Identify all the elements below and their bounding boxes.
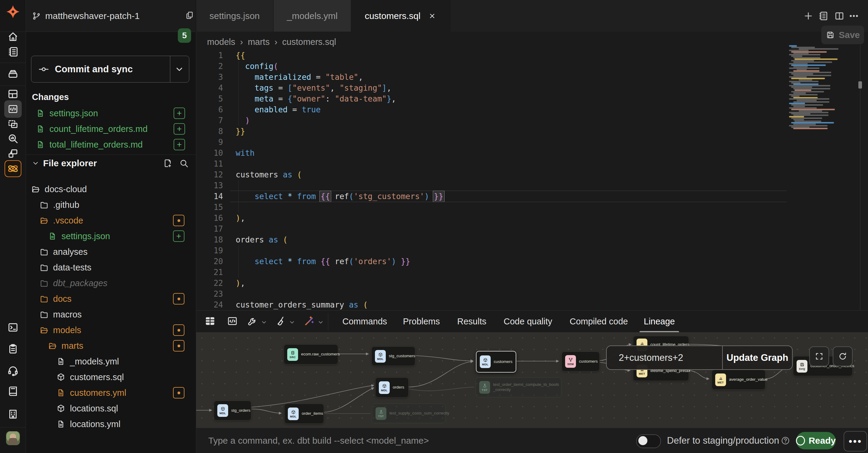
save-button[interactable]: Save bbox=[821, 26, 864, 44]
format-broom-icon[interactable] bbox=[275, 315, 287, 327]
tree-item-dbt-packages[interactable]: dbt_packages bbox=[39, 275, 191, 291]
lineage-selector-input[interactable]: 2+customers+2 bbox=[607, 346, 722, 369]
code-content[interactable]: 1{{2 config(3 materialized = "table",4 t… bbox=[196, 50, 868, 310]
tree-item-data-tests[interactable]: data-tests bbox=[39, 260, 191, 275]
close-tab-icon[interactable] bbox=[428, 11, 437, 21]
branch-name[interactable]: matthewshaver-patch-1 bbox=[45, 11, 140, 21]
tree-item-customers-yml[interactable]: customers.yml bbox=[56, 385, 191, 400]
rail-frame-icon[interactable] bbox=[7, 118, 19, 130]
lineage-fullscreen-button[interactable] bbox=[809, 346, 829, 366]
stage-file-button[interactable]: + bbox=[174, 107, 185, 119]
lineage-node-average-order-value[interactable]: METaverage_order_value bbox=[712, 369, 766, 390]
changed-file-row[interactable]: settings.json+ bbox=[30, 105, 192, 121]
compile-code-icon[interactable] bbox=[226, 315, 239, 327]
tab-settings-json[interactable]: settings.json bbox=[196, 0, 274, 32]
breadcrumb-item[interactable]: marts bbox=[248, 37, 270, 47]
changed-file-row[interactable]: count_lifetime_orders.md+ bbox=[30, 121, 192, 137]
tree-item-customers-sql[interactable]: customers.sql bbox=[56, 369, 191, 385]
file-search-icon[interactable] bbox=[179, 158, 189, 169]
code-editor[interactable]: models›marts›customers.sql Save 1{{2 con… bbox=[196, 32, 868, 310]
user-avatar[interactable] bbox=[6, 431, 20, 445]
rail-grid-icon[interactable] bbox=[7, 88, 19, 100]
tree-item-macros[interactable]: macros bbox=[39, 306, 191, 322]
breadcrumb-item[interactable]: models bbox=[207, 37, 236, 47]
editor-more-options-icon[interactable] bbox=[848, 10, 860, 22]
tab-customers-sql[interactable]: customers.sql bbox=[351, 0, 451, 32]
rail-dbt-ai-icon[interactable] bbox=[4, 160, 22, 177]
rail-notebook-icon[interactable] bbox=[7, 45, 19, 58]
chevron-down-icon[interactable] bbox=[317, 318, 324, 326]
lineage-node-stg-orders[interactable]: MDLstg_orders bbox=[214, 400, 251, 420]
lineage-refresh-button[interactable] bbox=[833, 346, 852, 366]
rail-building-icon[interactable] bbox=[7, 408, 19, 420]
ai-fix-wand-icon[interactable] bbox=[303, 315, 315, 327]
tree-item-docs-cloud[interactable]: docs-cloud bbox=[31, 181, 191, 197]
copy-branch-icon[interactable] bbox=[184, 10, 195, 21]
preview-table-icon[interactable] bbox=[204, 315, 216, 327]
tree-item-locations-sql[interactable]: locations.sql bbox=[56, 400, 191, 416]
tree-item-marts[interactable]: marts bbox=[48, 338, 191, 354]
rail-clipboard-icon[interactable] bbox=[7, 343, 19, 355]
split-editor-icon[interactable] bbox=[834, 10, 845, 22]
lineage-node-customers-sem[interactable]: SEMcustomers bbox=[561, 352, 600, 371]
panel-tab-results[interactable]: Results bbox=[457, 311, 487, 332]
stage-file-button[interactable]: + bbox=[173, 230, 184, 242]
update-graph-button[interactable]: Update Graph bbox=[722, 346, 792, 369]
tree-item-docs[interactable]: docs bbox=[39, 291, 191, 306]
rail-book-icon[interactable] bbox=[7, 385, 19, 397]
notebook-panel-icon[interactable] bbox=[817, 10, 829, 22]
rail-terminal-icon[interactable] bbox=[7, 321, 19, 334]
tree-item--models-yml[interactable]: _models.yml bbox=[56, 354, 191, 369]
rail-search-insights-icon[interactable] bbox=[7, 132, 19, 145]
build-wrench-icon[interactable] bbox=[247, 315, 258, 327]
commit-dropdown-chevron-icon[interactable] bbox=[174, 64, 185, 75]
tree-item--github[interactable]: .github bbox=[39, 197, 191, 213]
command-bar-more-button[interactable]: ••• bbox=[844, 431, 867, 452]
breadcrumb-item[interactable]: customers.sql bbox=[282, 37, 336, 47]
modified-dot-badge[interactable] bbox=[173, 215, 184, 226]
rail-stack-icon[interactable] bbox=[7, 67, 19, 80]
modified-dot-badge[interactable] bbox=[173, 340, 184, 352]
tab--models-yml[interactable]: _models.yml bbox=[274, 0, 351, 32]
modified-dot-badge[interactable] bbox=[173, 324, 184, 336]
stage-file-button[interactable]: + bbox=[174, 139, 185, 150]
new-tab-icon[interactable] bbox=[803, 10, 814, 22]
file-explorer-header[interactable]: File explorer bbox=[31, 158, 97, 168]
help-question-icon[interactable] bbox=[780, 435, 790, 446]
lineage-node-stg-customers[interactable]: MDLstg_customers bbox=[371, 346, 415, 366]
tree-item-locations-yml[interactable]: locations.yml bbox=[56, 416, 191, 432]
commit-and-sync-button[interactable]: Commit and sync bbox=[31, 56, 189, 83]
lineage-node-order-items[interactable]: MDLorder_items bbox=[284, 403, 324, 424]
rail-windows-icon[interactable] bbox=[7, 147, 19, 160]
tree-item-models[interactable]: models bbox=[39, 322, 191, 338]
lineage-node-test-order-items[interactable]: TSTtest_order_items_compute_to_bools _co… bbox=[475, 378, 561, 397]
lineage-node-ecom-raw-customers[interactable]: SRCecom.raw_customers bbox=[284, 344, 338, 364]
panel-tab-code-quality[interactable]: Code quality bbox=[504, 311, 552, 332]
stage-file-button[interactable]: + bbox=[174, 123, 185, 135]
panel-tab-commands[interactable]: Commands bbox=[342, 311, 387, 332]
rail-headset-icon[interactable] bbox=[7, 364, 19, 377]
changed-file-row[interactable]: total_lifetime_orders.md+ bbox=[30, 137, 192, 153]
modified-dot-badge[interactable] bbox=[173, 387, 184, 398]
lineage-node-orders[interactable]: MDLorders bbox=[375, 378, 409, 397]
minimap[interactable] bbox=[789, 45, 837, 131]
tree-item-analyses[interactable]: analyses bbox=[39, 244, 191, 260]
panel-tab-lineage[interactable]: Lineage bbox=[644, 311, 675, 332]
command-input[interactable]: Type a command, ex. dbt build --select <… bbox=[208, 428, 600, 453]
chevron-down-icon[interactable] bbox=[260, 318, 268, 326]
tree-item--vscode[interactable]: .vscode bbox=[39, 213, 191, 228]
chevron-down-icon[interactable] bbox=[288, 318, 296, 326]
lineage-node-customers-mdl[interactable]: MDLcustomers bbox=[476, 351, 516, 373]
rail-home-icon[interactable] bbox=[7, 30, 19, 43]
rail-code-window-icon[interactable] bbox=[4, 100, 22, 118]
panel-tab-compiled-code[interactable]: Compiled code bbox=[569, 311, 628, 332]
panel-tab-problems[interactable]: Problems bbox=[403, 311, 440, 332]
new-file-icon[interactable] bbox=[162, 158, 173, 169]
modified-dot-badge[interactable] bbox=[173, 293, 184, 304]
editor-scrollbar-thumb[interactable] bbox=[858, 81, 862, 89]
tree-item-settings-json[interactable]: settings.json+ bbox=[48, 228, 191, 244]
dbt-logo-icon[interactable] bbox=[5, 4, 21, 21]
lineage-canvas[interactable]: SRCecom.raw_customersMDLstg_customersMDL… bbox=[196, 332, 868, 428]
lineage-node-test-supply-costs[interactable]: TSTtest_supply_costs_sum_correctly bbox=[372, 403, 445, 423]
defer-toggle[interactable] bbox=[636, 434, 661, 448]
